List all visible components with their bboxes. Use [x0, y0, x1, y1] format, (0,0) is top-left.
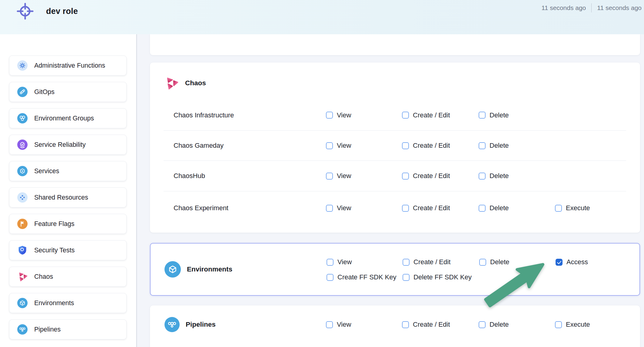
checkbox-view[interactable]: View	[326, 142, 402, 150]
timestamp-separator	[591, 3, 592, 12]
section-title-pipelines: Pipelines	[186, 321, 216, 328]
checkbox-delete[interactable]: Delete	[479, 142, 555, 150]
checkbox[interactable]	[555, 205, 562, 212]
gitops-icon	[17, 87, 28, 97]
created-timestamp: 11 seconds ago	[597, 4, 642, 12]
checkbox[interactable]	[479, 259, 486, 266]
checkbox[interactable]	[403, 259, 410, 266]
sidebar-item-shared-resources[interactable]: Shared Resources	[9, 187, 127, 207]
checkbox[interactable]	[403, 274, 410, 281]
service-reliability-icon	[17, 140, 28, 150]
checkbox-view[interactable]: View	[326, 204, 402, 212]
checkbox[interactable]	[555, 321, 562, 328]
checkbox-delete[interactable]: Delete	[479, 258, 556, 266]
checkbox[interactable]	[327, 274, 334, 281]
row-chaos-gameday: Chaos Gameday View Create / Edit Delete	[150, 131, 640, 160]
checkbox[interactable]	[402, 205, 409, 212]
checkbox-create-edit[interactable]: Create / Edit	[403, 258, 479, 266]
environments-icon	[164, 261, 181, 278]
sidebar-item-label: Environment Groups	[34, 115, 94, 122]
checkbox[interactable]	[402, 173, 409, 180]
sidebar-item-chaos[interactable]: Chaos	[9, 267, 127, 287]
sidebar-item-services[interactable]: Services	[9, 161, 127, 181]
sidebar-item-label: GitOps	[34, 88, 55, 96]
checkbox-delete[interactable]: Delete	[479, 111, 555, 119]
shared-resources-icon	[17, 192, 28, 203]
checkbox[interactable]	[402, 142, 409, 149]
row-chaoshub: ChaosHub View Create / Edit Delete	[150, 161, 640, 191]
checkbox-view[interactable]: View	[326, 321, 402, 328]
checkbox[interactable]	[326, 321, 333, 328]
section-title-environments: Environments	[187, 265, 232, 273]
previous-section-card	[150, 34, 640, 55]
sidebar-item-label: Chaos	[34, 273, 53, 281]
page-header: dev role 11 seconds ago 11 seconds ago	[0, 0, 644, 34]
sidebar-item-feature-flags[interactable]: Feature Flags	[9, 214, 127, 234]
sidebar-item-security-tests[interactable]: Security Tests	[9, 240, 127, 260]
services-icon	[17, 166, 28, 176]
checkbox-delete-ff-sdk-key[interactable]: Delete FF SDK Key	[403, 273, 479, 281]
sidebar-item-environment-groups[interactable]: Environment Groups	[9, 108, 127, 128]
checkbox[interactable]	[479, 321, 486, 328]
target-role-icon	[16, 2, 35, 21]
resource-label: Chaos Gameday	[174, 142, 224, 150]
checkbox-delete[interactable]: Delete	[479, 172, 555, 180]
role-permissions-page: dev role 11 seconds ago 11 seconds ago A…	[0, 0, 644, 347]
sidebar-item-label: Services	[34, 167, 59, 175]
sidebar-item-pipelines[interactable]: Pipelines	[9, 319, 127, 339]
checkbox[interactable]	[402, 112, 409, 119]
checkbox-execute[interactable]: Execute	[555, 204, 644, 212]
checkbox-view[interactable]: View	[326, 172, 402, 180]
resource-label: Chaos Infrastructure	[174, 111, 234, 119]
environment-groups-icon	[17, 113, 28, 123]
chaos-permissions-card: Chaos Chaos Infrastructure View Create /…	[150, 62, 640, 233]
checkbox[interactable]	[326, 205, 333, 212]
checkbox[interactable]	[326, 112, 333, 119]
checkbox-create-edit[interactable]: Create / Edit	[402, 111, 479, 119]
sidebar-item-label: Security Tests	[34, 247, 75, 254]
sidebar-item-gitops[interactable]: GitOps	[9, 82, 127, 102]
checkbox-view[interactable]: View	[327, 258, 403, 266]
gear-icon	[17, 60, 28, 71]
sidebar-item-environments[interactable]: Environments	[9, 293, 127, 313]
checkbox-delete[interactable]: Delete	[479, 204, 555, 212]
row-chaos-experiment: Chaos Experiment View Create / Edit Dele…	[150, 191, 640, 225]
environments-icon	[17, 298, 28, 308]
chaos-pinwheel-icon	[17, 271, 28, 282]
section-title-chaos: Chaos	[185, 79, 206, 87]
checkbox-access[interactable]: Access	[556, 258, 644, 266]
checkbox-delete[interactable]: Delete	[479, 321, 555, 328]
sidebar-item-administrative-functions[interactable]: Administrative Functions	[9, 56, 127, 76]
checkbox-create-edit[interactable]: Create / Edit	[402, 142, 479, 150]
sidebar-item-label: Service Reliability	[34, 141, 86, 149]
pipelines-permissions-card: Pipelines View Create / Edit Delete Exec…	[150, 305, 640, 347]
row-chaos-infrastructure: Chaos Infrastructure View Create / Edit …	[150, 100, 640, 130]
resource-label: Chaos Experiment	[174, 204, 228, 212]
pipelines-icon	[17, 324, 28, 335]
security-shield-icon	[17, 245, 28, 255]
last-updated-timestamp: 11 seconds ago	[542, 4, 586, 12]
checkbox[interactable]	[479, 173, 486, 180]
feature-flags-icon	[17, 219, 28, 229]
checkbox-view[interactable]: View	[326, 111, 402, 119]
checkbox[interactable]	[327, 259, 334, 266]
checkbox[interactable]	[479, 142, 486, 149]
sidebar-item-label: Shared Resources	[34, 194, 88, 201]
resource-label: ChaosHub	[174, 172, 205, 180]
environments-permissions-card: Environments View Create / Edit Delete A…	[150, 243, 640, 296]
checkbox-create-edit[interactable]: Create / Edit	[402, 204, 479, 212]
sidebar-item-label: Administrative Functions	[34, 62, 105, 69]
checkbox[interactable]	[479, 112, 486, 119]
checkbox[interactable]	[479, 205, 486, 212]
pipelines-icon	[164, 317, 180, 332]
checkbox[interactable]	[402, 321, 409, 328]
sidebar-item-service-reliability[interactable]: Service Reliability	[9, 135, 127, 155]
checkbox-execute[interactable]: Execute	[555, 321, 644, 328]
checkbox-create-ff-sdk-key[interactable]: Create FF SDK Key	[327, 273, 403, 281]
checkbox-create-edit[interactable]: Create / Edit	[402, 172, 479, 180]
checkbox[interactable]	[326, 173, 333, 180]
checkbox[interactable]	[556, 259, 563, 266]
checkbox-create-edit[interactable]: Create / Edit	[402, 321, 479, 328]
sidebar-item-label: Environments	[34, 299, 74, 307]
checkbox[interactable]	[326, 142, 333, 149]
